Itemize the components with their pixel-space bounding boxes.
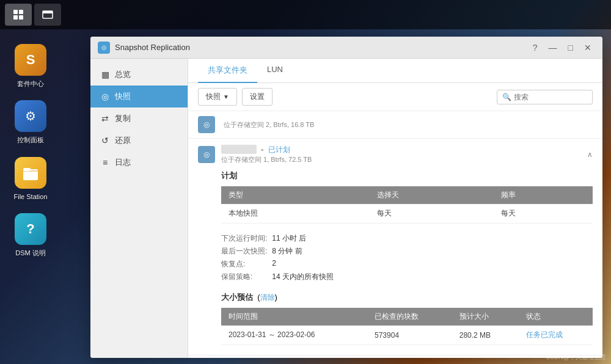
- window-close-button[interactable]: ✕: [580, 42, 595, 54]
- replicate-icon: ⇄: [100, 114, 110, 123]
- taskbar: [0, 0, 611, 29]
- snapshot-button-label: 快照: [206, 92, 221, 102]
- tab-lun[interactable]: LUN: [257, 59, 293, 83]
- snapshot-dropdown-icon: ▼: [223, 93, 229, 100]
- schedule-table-head: 类型 选择天 频率: [221, 186, 593, 204]
- partial-item-location: 位于存储空间 2, Btrfs, 16.8 TB: [224, 120, 314, 129]
- app-window: ◎ Snapshot Replication ? — □ ✕ ▦ 总览 ◎ 快照: [90, 37, 602, 358]
- retention-label: 保留策略:: [221, 272, 267, 282]
- schedule-row-days: 每天: [370, 204, 494, 224]
- schedule-col-freq: 频率: [494, 186, 593, 204]
- tabs-bar: 共享文件夹 LUN: [188, 59, 602, 83]
- main-item-icon: ◎: [198, 146, 215, 163]
- window-titlebar: ◎ Snapshot Replication ? — □ ✕: [90, 37, 602, 59]
- schedule-table-header-row: 类型 选择天 频率: [221, 186, 593, 204]
- retention-value: 14 天内的所有快照: [272, 272, 593, 282]
- dsm-help-label: DSM 说明: [15, 249, 46, 257]
- snapshot-icon: ◎: [100, 92, 110, 101]
- main-item-name-row: - 已计划: [221, 145, 581, 155]
- size-table: 时间范围 已检查的块数 预计大小 状态 2023-01-31 ～ 2023-02…: [221, 308, 593, 345]
- desktop-icon-dsm-help[interactable]: ? DSM 说明: [0, 208, 61, 262]
- restore-icon: ↺: [100, 136, 110, 145]
- taskbar-apps-button[interactable]: [5, 4, 32, 26]
- main-item-badge: 已计划: [268, 145, 290, 154]
- window-maximize-button[interactable]: □: [565, 42, 577, 54]
- task-status-link[interactable]: 任务已完成: [526, 330, 563, 339]
- sidebar-item-replicate[interactable]: ⇄ 复制: [90, 107, 188, 129]
- main-item-location: 位于存储空间 1, Btrfs, 72.5 TB: [221, 155, 581, 164]
- sidebar-label-snapshot: 快照: [115, 91, 131, 102]
- desktop-icon-control-panel[interactable]: ⚙ 控制面板: [0, 95, 61, 149]
- clear-link[interactable]: 清除: [260, 293, 275, 302]
- snapshot-item-main-header[interactable]: ◎ - 已计划 位于存储空间 1,: [188, 139, 602, 170]
- schedule-row-freq: 每天: [494, 204, 593, 224]
- sidebar-item-overview[interactable]: ▦ 总览: [90, 64, 188, 86]
- last-snapshot-label: 最后一次快照:: [221, 246, 267, 257]
- log-icon: ≡: [100, 158, 110, 167]
- desktop-icons: S 套件中心 ⚙ 控制面板 File Station ? D: [0, 34, 61, 267]
- suite-center-icon-img: S: [15, 44, 46, 76]
- schedule-table-body: 本地快照 每天 每天: [221, 204, 593, 224]
- svg-rect-1: [19, 10, 23, 14]
- window-app-icon: ◎: [98, 42, 110, 54]
- window-minimize-button[interactable]: —: [545, 42, 561, 54]
- size-row-blocks: 573904: [367, 326, 452, 345]
- schedule-table-row: 本地快照 每天 每天: [221, 204, 593, 224]
- next-run-value: 11 小时 后: [272, 233, 593, 244]
- main-panel: 共享文件夹 LUN 快照 ▼ 设置 🔍: [188, 59, 602, 358]
- snapshot-expanded: 计划 类型 选择天 频率: [188, 170, 602, 355]
- sidebar-label-overview: 总览: [115, 69, 131, 80]
- snapshot-button[interactable]: 快照 ▼: [198, 88, 237, 106]
- size-section-title: 大小预估: [221, 293, 253, 302]
- info-grid: 下次运行时间: 11 小时 后 最后一次快照: 8 分钟 前 恢复点: 2 保留…: [221, 233, 593, 282]
- restore-points-value: 2: [272, 259, 593, 269]
- sidebar-item-log[interactable]: ≡ 日志: [90, 151, 188, 173]
- svg-rect-7: [23, 168, 31, 171]
- window-help-button[interactable]: ?: [529, 42, 541, 54]
- partial-item: ◎ 位于存储空间 2, Btrfs, 16.8 TB: [188, 111, 602, 139]
- content-area[interactable]: ◎ 位于存储空间 2, Btrfs, 16.8 TB ◎: [188, 111, 602, 358]
- toolbar: 快照 ▼ 设置 🔍: [188, 83, 602, 111]
- suite-center-label: 套件中心: [17, 79, 44, 88]
- settings-button-label: 设置: [250, 92, 265, 102]
- size-table-row: 2023-01-31 ～ 2023-02-06 573904 280.2 MB …: [221, 326, 593, 345]
- schedule-col-days: 选择天: [370, 186, 494, 204]
- attribution: CSDN@千人运维主意: [546, 353, 607, 362]
- schedule-row-type: 本地快照: [221, 204, 370, 224]
- control-panel-icon-img: ⚙: [15, 100, 46, 132]
- snapshot-item-main: ◎ - 已计划 位于存储空间 1,: [188, 139, 602, 355]
- tab-shared-folder[interactable]: 共享文件夹: [198, 59, 257, 83]
- desktop-icon-suite-center[interactable]: S 套件中心: [0, 39, 61, 93]
- sidebar-item-snapshot[interactable]: ◎ 快照: [90, 86, 188, 107]
- snapshot-item-second-header[interactable]: ◎ - 没有计划保护 位于存储空间 1, Btrfs, 131: [188, 355, 602, 358]
- size-row-size: 280.2 MB: [452, 326, 519, 345]
- settings-button[interactable]: 设置: [242, 88, 273, 106]
- desktop-icon-file-station[interactable]: File Station: [0, 152, 61, 206]
- size-col-status: 状态: [519, 308, 593, 326]
- schedule-section-title: 计划: [221, 170, 593, 181]
- schedule-col-type: 类型: [221, 186, 370, 204]
- svg-rect-5: [43, 11, 53, 13]
- svg-rect-0: [13, 10, 18, 14]
- window-controls: ? — □ ✕: [529, 42, 595, 54]
- sidebar-label-log: 日志: [115, 157, 131, 168]
- search-box[interactable]: 🔍: [497, 90, 593, 104]
- last-snapshot-value: 8 分钟 前: [272, 246, 593, 257]
- taskbar-window-button[interactable]: [34, 4, 61, 26]
- schedule-table: 类型 选择天 频率 本地快照 每天 每天: [221, 186, 593, 224]
- size-col-blocks: 已检查的块数: [367, 308, 452, 326]
- restore-points-label: 恢复点:: [221, 259, 267, 269]
- sidebar-item-restore[interactable]: ↺ 还原: [90, 129, 188, 151]
- svg-rect-2: [13, 15, 18, 20]
- main-item-redacted: [221, 145, 257, 154]
- size-table-head: 时间范围 已检查的块数 预计大小 状态: [221, 308, 593, 326]
- partial-item-icon: ◎: [198, 116, 215, 133]
- search-input[interactable]: [514, 93, 587, 101]
- size-table-header-row: 时间范围 已检查的块数 预计大小 状态: [221, 308, 593, 326]
- sidebar-label-replicate: 复制: [115, 113, 131, 124]
- size-row-range: 2023-01-31 ～ 2023-02-06: [221, 326, 367, 345]
- main-item-collapse-icon[interactable]: ∧: [587, 150, 593, 159]
- overview-icon: ▦: [100, 70, 110, 79]
- window-title: Snapshot Replication: [115, 43, 529, 52]
- main-item-name-area: - 已计划 位于存储空间 1, Btrfs, 72.5 TB: [221, 145, 581, 164]
